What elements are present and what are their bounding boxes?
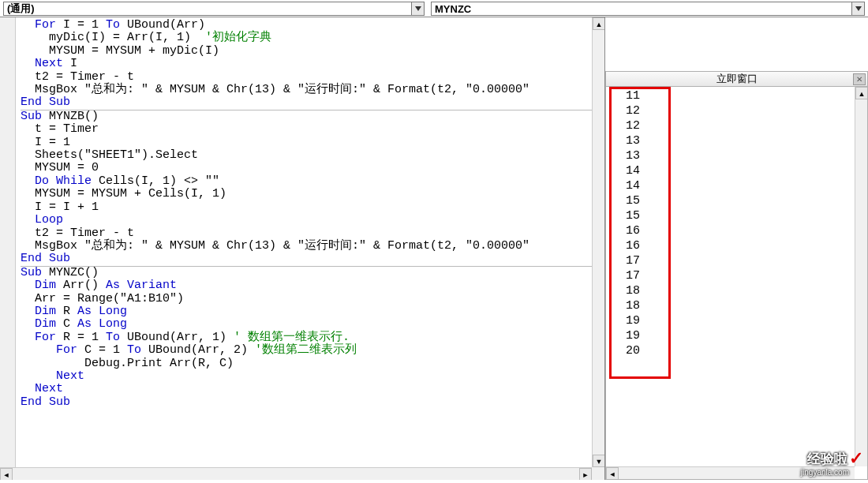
code-line[interactable]: End Sub [21,253,604,265]
code-line[interactable]: Loop [21,214,604,227]
scroll-right-icon[interactable]: ▸ [579,468,592,480]
immediate-panel: 立即窗口 ✕ 11 12 12 13 13 14 14 15 15 16 16 … [605,17,868,480]
watermark-text: 经验啦 [807,450,847,468]
code-line[interactable]: Next I [21,58,604,70]
code-line[interactable]: I = 1 [21,137,604,149]
procedure-dropdown-text: MYNZC [432,3,851,15]
code-line[interactable]: Next [21,383,604,395]
scroll-left-icon[interactable]: ◂ [0,468,13,480]
vertical-scrollbar[interactable]: ▴ ▾ [592,17,604,467]
horizontal-scrollbar[interactable]: ◂ ▸ [0,467,592,480]
code-line[interactable]: Arr = Range("A1:B10") [21,293,604,305]
code-line[interactable]: MsgBox "总和为: " & MYSUM & Chr(13) & "运行时间… [21,240,604,253]
immediate-line: 19 [619,328,867,343]
code-line[interactable]: Dim Arr() As Variant [21,279,604,292]
immediate-line: 19 [619,313,867,328]
code-line[interactable]: End Sub [21,396,604,409]
code-line[interactable]: MYSUM = MYSUM + myDic(I) [21,45,604,58]
immediate-body[interactable]: 11 12 12 13 13 14 14 15 15 16 16 17 17 1… [605,87,868,480]
immediate-line: 16 [619,223,867,238]
code-line[interactable]: t2 = Timer - t [21,71,604,84]
code-line[interactable]: End Sub [21,96,604,109]
scroll-left-icon[interactable]: ◂ [606,467,619,480]
watermark-sub: jingyanla.com [801,468,849,477]
toolbar: (通用) MYNZC [0,0,868,17]
immediate-line: 17 [619,268,867,283]
code-line[interactable]: For R = 1 To UBound(Arr, 1) ' 数组第一维表示行. [21,331,604,344]
code-line[interactable]: Next [21,370,604,383]
code-line[interactable]: I = I + 1 [21,201,604,214]
immediate-line: 16 [619,238,867,253]
watermark: 经验啦 ✓ jingyanla.com [807,448,863,469]
immediate-title: 立即窗口 [716,72,758,86]
code-panel: For I = 1 To UBound(Arr) myDic(I) = Arr(… [0,17,605,480]
code-line[interactable]: Sub MYNZB() [21,110,604,123]
code-text[interactable]: For I = 1 To UBound(Arr) myDic(I) = Arr(… [16,17,604,409]
code-line[interactable]: For I = 1 To UBound(Arr) [21,19,604,32]
code-line[interactable]: MsgBox "总和为: " & MYSUM & Chr(13) & "运行时间… [21,84,604,96]
immediate-line: 18 [619,298,867,313]
immediate-title-bar[interactable]: 立即窗口 ✕ [605,71,868,87]
code-line[interactable]: For C = 1 To UBound(Arr, 2) '数组第二维表示列 [21,344,604,357]
chevron-down-icon[interactable] [851,2,864,15]
chevron-down-icon[interactable] [411,2,424,15]
immediate-line: 14 [619,163,867,178]
main-area: For I = 1 To UBound(Arr) myDic(I) = Arr(… [0,17,868,480]
code-line[interactable]: Do While Cells(I, 1) <> "" [21,175,604,188]
immediate-line: 14 [619,178,867,193]
scroll-up-icon[interactable]: ▴ [855,87,868,99]
code-line[interactable]: t2 = Timer - t [21,227,604,240]
code-line[interactable]: Debug.Print Arr(R, C) [21,358,604,370]
checkmark-icon: ✓ [849,448,863,469]
code-line[interactable]: Sub MYNZC() [21,267,604,279]
immediate-line: 13 [619,148,867,163]
immediate-line: 12 [619,118,867,133]
code-line[interactable]: MYSUM = MYSUM + Cells(I, 1) [21,188,604,200]
immediate-output[interactable]: 11 12 12 13 13 14 14 15 15 16 16 17 17 1… [606,87,867,358]
code-gutter [0,17,16,480]
immediate-line: 15 [619,208,867,223]
immediate-line: 15 [619,193,867,208]
close-icon[interactable]: ✕ [853,73,866,85]
immediate-spacer [605,17,868,44]
code-line[interactable]: t = Timer [21,123,604,136]
immediate-line: 20 [619,343,867,358]
code-line[interactable]: Dim C As Long [21,318,604,331]
code-line[interactable]: Dim R As Long [21,305,604,318]
code-container[interactable]: For I = 1 To UBound(Arr) myDic(I) = Arr(… [16,17,604,480]
object-dropdown-text: (通用) [4,2,411,16]
scroll-corner [592,467,604,480]
immediate-line: 11 [619,88,867,103]
code-line[interactable]: MYSUM = 0 [21,162,604,174]
scroll-up-icon[interactable]: ▴ [593,17,605,30]
procedure-dropdown[interactable]: MYNZC [431,2,865,16]
code-line[interactable]: Sheets("SHEET1").Select [21,149,604,162]
immediate-line: 17 [619,253,867,268]
immediate-line: 12 [619,103,867,118]
scroll-down-icon[interactable]: ▾ [593,455,605,467]
object-dropdown[interactable]: (通用) [3,2,425,16]
immediate-line: 13 [619,133,867,148]
immediate-line: 18 [619,283,867,298]
code-line[interactable]: myDic(I) = Arr(I, 1) '初始化字典 [21,32,604,44]
vertical-scrollbar[interactable]: ▴ [855,87,867,466]
